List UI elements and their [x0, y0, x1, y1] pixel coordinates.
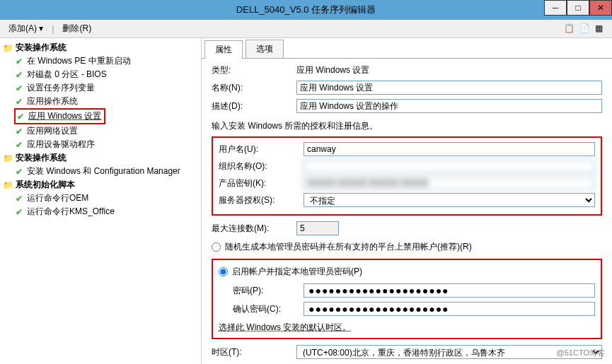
check-icon: ✔: [14, 97, 24, 107]
org-label: 组织名称(O):: [219, 160, 304, 172]
radio-random-pwd[interactable]: 随机生成本地管理员密码并在所有支持的平台上禁用帐户(推荐)(R): [212, 241, 602, 253]
tree-item[interactable]: ✔ 运行命令行OEM: [3, 192, 198, 205]
toolbar-add[interactable]: 添加(A) ▾: [6, 21, 46, 36]
radio-enable-input[interactable]: [219, 267, 228, 276]
pwd-input[interactable]: ●●●●●●●●●●●●●●●●●●●●●: [304, 283, 595, 298]
tree-group[interactable]: 📁 安装操作系统: [3, 41, 198, 54]
folder-icon: 📁: [3, 180, 13, 190]
check-icon: ✔: [14, 167, 24, 177]
check-icon: ✔: [14, 194, 24, 204]
tree-item[interactable]: ✔ 对磁盘 0 分区 - BIOS: [3, 68, 198, 81]
paste-icon[interactable]: 📄: [579, 23, 591, 35]
maximize-button[interactable]: □: [567, 0, 589, 16]
tree-item-selected[interactable]: ✔ 应用 Windows 设置: [14, 108, 105, 124]
tab-options[interactable]: 选项: [246, 40, 284, 58]
check-icon: ✔: [16, 112, 25, 122]
pwd-box: 启用帐户并指定本地管理员密码(P) 密码(P): ●●●●●●●●●●●●●●●…: [212, 259, 602, 339]
toolbar-remove[interactable]: 删除(R): [59, 21, 94, 36]
key-input[interactable]: [304, 176, 595, 190]
tree-item[interactable]: ✔ 应用操作系统: [3, 95, 198, 108]
org-input[interactable]: [304, 159, 595, 173]
check-icon: ✔: [14, 140, 24, 150]
check-icon: ✔: [14, 70, 24, 80]
window-title: DELL_5040_V5.0 任务序列编辑器: [236, 4, 376, 16]
copy-icon[interactable]: 📋: [564, 23, 575, 35]
check-icon: ✔: [14, 207, 24, 217]
toolbar: 添加(A) ▾ | 删除(R) 📋 📄 ▦: [0, 20, 612, 38]
maxconn-label: 最大连接数(M):: [212, 223, 296, 235]
auth-box: 用户名(U): 组织名称(O): 产品密钥(K): 服务器授权(S): 不指定: [212, 136, 602, 216]
section-auth: 输入安装 Windows 所需的授权和注册信息。: [212, 120, 602, 132]
key-label: 产品密钥(K):: [219, 177, 304, 189]
tabs: 属性 选项: [202, 40, 612, 59]
tz-section: 选择此 Windows 安装的默认时区。: [219, 322, 595, 334]
tab-properties[interactable]: 属性: [204, 40, 243, 59]
name-label: 名称(N):: [212, 82, 296, 94]
lic-label: 服务器授权(S):: [219, 194, 304, 206]
pwd-confirm-label: 确认密码(C):: [233, 303, 304, 315]
watermark: @51CTO博客: [557, 348, 605, 358]
grid-icon[interactable]: ▦: [595, 23, 606, 35]
tree-item[interactable]: ✔ 安装 Windows 和 Configuration Manager: [3, 165, 198, 178]
type-value: 应用 Windows 设置: [296, 64, 369, 76]
tree-item[interactable]: ✔ 应用设备驱动程序: [3, 138, 198, 151]
name-input[interactable]: [296, 81, 602, 95]
tree-group[interactable]: 📁 安装操作系统: [3, 151, 198, 165]
folder-icon: 📁: [3, 153, 13, 163]
titlebar: DELL_5040_V5.0 任务序列编辑器 ─ □ ✕: [0, 0, 612, 20]
desc-label: 描述(D):: [212, 100, 296, 112]
tz-label: 时区(T):: [212, 346, 296, 358]
tree-item[interactable]: ✔ 运行命令行KMS_Office: [3, 205, 198, 218]
pwd-label: 密码(P):: [233, 285, 304, 297]
user-label: 用户名(U):: [219, 143, 304, 155]
tree-group[interactable]: 📁 系统初始化脚本: [3, 178, 198, 192]
check-icon: ✔: [14, 127, 24, 136]
window-controls: ─ □ ✕: [544, 0, 612, 16]
tree-panel: 📁 安装操作系统 ✔ 在 Windows PE 中重新启动 ✔ 对磁盘 0 分区…: [0, 38, 202, 364]
check-icon: ✔: [14, 83, 24, 93]
tree-item[interactable]: ✔ 在 Windows PE 中重新启动: [3, 54, 198, 68]
maxconn-input: [296, 221, 339, 235]
minimize-button[interactable]: ─: [544, 0, 567, 16]
properties-panel: 属性 选项 类型: 应用 Windows 设置 名称(N): 描述(D): 输入…: [202, 38, 612, 364]
type-label: 类型:: [212, 64, 296, 76]
lic-select[interactable]: 不指定: [304, 193, 595, 207]
pwd-confirm-input[interactable]: ●●●●●●●●●●●●●●●●●●●●●: [304, 302, 595, 316]
desc-input[interactable]: [296, 99, 602, 113]
radio-random-input[interactable]: [212, 242, 221, 252]
close-button[interactable]: ✕: [589, 0, 612, 16]
tree-item[interactable]: ✔ 应用网络设置: [3, 124, 198, 138]
user-input[interactable]: [304, 142, 595, 156]
radio-enable-pwd[interactable]: 启用帐户并指定本地管理员密码(P): [219, 266, 595, 278]
check-icon: ✔: [14, 57, 24, 66]
tree-item[interactable]: ✔ 设置任务序列变量: [3, 81, 198, 95]
folder-icon: 📁: [3, 43, 13, 53]
